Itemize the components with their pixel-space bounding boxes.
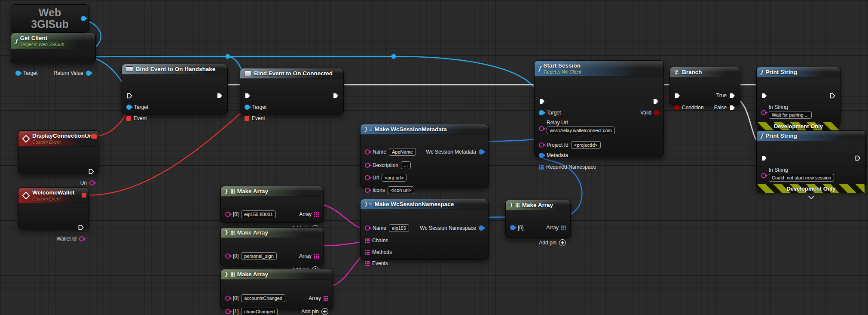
exec-out-pin[interactable] [653,98,659,105]
methods-pin[interactable] [365,250,370,255]
array-output-pin[interactable] [314,212,319,217]
node-make-array-namespaces[interactable]: } Make Array [0] Array Add pin [505,200,571,238]
in-string-field[interactable]: Wait for pairing ... [769,111,812,119]
node-title: Bind Event to On Handshake [136,66,215,72]
array-output-pin[interactable] [561,225,566,230]
node-make-wcsessionmetadata[interactable]: }= Make WcSessionMetadata Name AppName W… [360,124,489,188]
metadata-pin[interactable] [539,153,544,158]
node-welcome-wallet-event[interactable]: WelcomeWallet Custom Event Wallet Id [18,187,89,229]
exec-out-pin[interactable] [333,93,339,99]
banner-label: Development Only [774,123,823,130]
condition-pin[interactable] [674,105,679,110]
exec-out-pin[interactable] [829,93,836,99]
icons-field[interactable]: <icon url> [388,186,414,194]
uri-output-pin[interactable] [89,180,95,185]
target-pin[interactable] [126,105,131,110]
array-element-0-field[interactable]: personal_sign [241,252,277,260]
array-output-pin[interactable] [324,296,328,301]
blueprint-graph-canvas[interactable]: Web 3GISub ƒ Get Client Target is Web 3G… [0,0,868,315]
add-pin-label: Add pin [539,240,556,246]
pin-label: Wc Session Metadata [426,149,476,155]
url-field[interactable]: <org url> [382,174,406,182]
add-pin-button[interactable] [321,308,328,315]
description-pin[interactable] [365,163,370,168]
description-field[interactable]: ... [401,161,411,169]
node-header: } Make Array [506,200,570,210]
array-element-0-field[interactable]: accountsChanged [241,294,285,302]
valid-output-pin[interactable] [654,110,659,115]
node-print-string-wait[interactable]: ƒ Print String In String Wait for pairin… [756,67,840,126]
exec-in-pin[interactable] [245,93,251,99]
exec-out-pin[interactable] [217,93,223,99]
event-delegate-pin[interactable] [126,116,131,121]
return-value-pin[interactable] [86,71,91,76]
node-bind-event-on-handshake[interactable]: Bind Event to On Handshake Target Event [122,64,228,114]
relay-url-pin[interactable] [539,126,544,131]
relay-url-field[interactable]: wss://relay.walletconnect.com [547,127,615,134]
target-pin[interactable] [245,105,250,110]
pin-label: Event [134,115,147,121]
array-element-1-pin[interactable] [225,309,230,314]
node-start-session[interactable]: ƒ Start Session Target is Wc Client Targ… [534,60,664,157]
event-delegate-pin[interactable] [245,116,249,121]
icons-pin[interactable] [365,188,370,193]
exec-false-pin[interactable] [729,105,736,111]
node-bind-event-on-connected[interactable]: Bind Event to On Connected Target Event [240,68,344,114]
array-output-pin[interactable] [314,254,319,259]
events-pin[interactable] [365,261,370,266]
array-element-0-pin[interactable] [225,212,230,217]
exec-true-pin[interactable] [729,93,736,99]
exec-in-pin[interactable] [761,93,767,99]
chains-pin[interactable] [365,238,370,243]
node-make-array-methods[interactable]: } Make Array [0] personal_sign Array Add… [220,227,324,266]
exec-in-pin[interactable] [126,93,133,99]
metadata-output-pin[interactable] [479,149,484,154]
exec-out-pin[interactable] [88,168,95,175]
node-make-array-chains[interactable]: } Make Array [0] eip155:80001 Array Add … [220,186,324,223]
node-make-wcsessionnamespace[interactable]: }= Make WcSessionNamespace Name eip155 W… [360,199,489,260]
pin-label: Target [23,70,37,76]
wallet-id-output-pin[interactable] [79,236,84,241]
variable-output-pin[interactable] [81,16,86,21]
name-field[interactable]: eip155 [389,224,409,232]
node-branch[interactable]: Branch True Condition False [669,67,740,105]
target-pin[interactable] [539,110,544,115]
required-namespace-pin[interactable] [539,165,544,170]
delegate-output-pin[interactable] [82,193,86,198]
node-subtitle: Custom Event [32,139,93,145]
node-display-connection-uri-event[interactable]: DisplayConnectionUri Custom Event Uri [18,130,99,174]
chevron-down-icon[interactable] [808,193,814,199]
array-element-0-pin[interactable] [225,296,230,301]
reroute-node[interactable] [226,54,230,59]
exec-out-pin[interactable] [855,155,861,161]
exec-in-pin[interactable] [539,98,545,105]
node-web-3gisub-variable[interactable]: Web 3GISub [11,4,89,33]
exec-in-pin[interactable] [674,93,681,99]
target-pin[interactable] [15,71,21,76]
array-element-1-field[interactable]: chainChanged [241,308,278,315]
exec-in-pin[interactable] [761,155,767,161]
branch-icon [674,69,679,75]
pin-label: Array [309,295,321,301]
node-print-string-fail[interactable]: ƒ Print String In String Could not start… [756,130,866,190]
node-get-client[interactable]: ƒ Get Client Target is Web 3GISub Target… [11,33,96,63]
name-pin[interactable] [365,225,370,231]
project-id-pin[interactable] [539,142,544,148]
in-string-pin[interactable] [761,110,766,115]
add-pin-button[interactable] [559,239,566,246]
array-element-0-field[interactable]: eip155:80001 [241,210,276,218]
namespace-output-pin[interactable] [479,225,484,231]
array-element-0-pin[interactable] [510,225,515,230]
reroute-node[interactable] [391,54,396,59]
make-struct-icon: } [364,201,368,207]
url-pin[interactable] [365,175,370,180]
delegate-output-pin[interactable] [92,134,97,139]
in-string-pin[interactable] [761,173,766,178]
node-make-array-events[interactable]: } Make Array [0] accountsChanged Array [… [220,269,333,309]
array-element-0-pin[interactable] [225,253,230,259]
in-string-field[interactable]: Could not start new session [769,174,834,182]
exec-out-pin[interactable] [78,224,84,231]
project-id-field[interactable]: <projectId> [571,141,601,149]
name-pin[interactable] [365,149,370,154]
name-field[interactable]: AppName [389,148,416,156]
